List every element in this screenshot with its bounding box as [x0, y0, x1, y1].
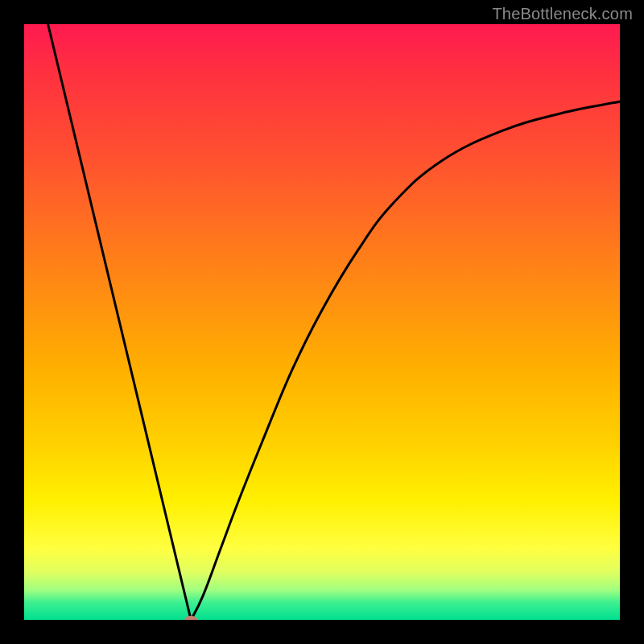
chart-frame: TheBottleneck.com — [0, 0, 644, 644]
plot-area — [24, 24, 620, 620]
attribution-text: TheBottleneck.com — [492, 5, 633, 23]
chart-svg — [24, 24, 620, 620]
curve-line — [48, 24, 620, 620]
minimum-marker — [184, 616, 197, 620]
